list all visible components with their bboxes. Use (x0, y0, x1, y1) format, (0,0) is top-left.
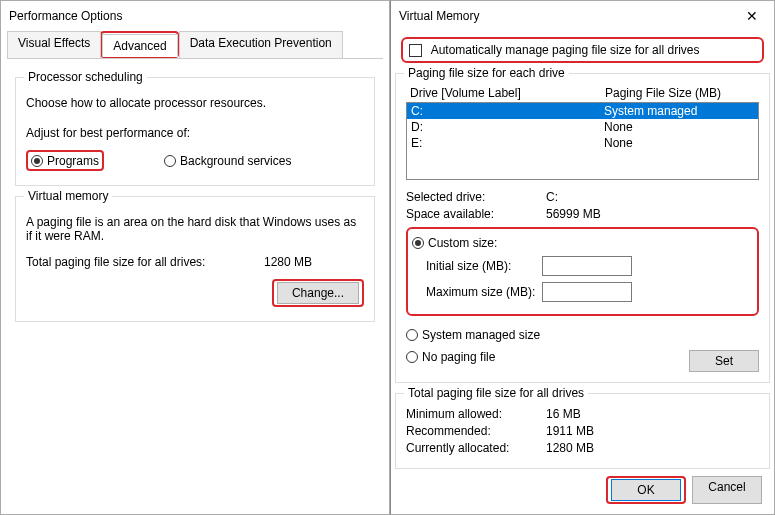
auto-manage-checkbox[interactable] (409, 44, 422, 57)
radio-dot-icon (412, 237, 424, 249)
radio-custom-size[interactable]: Custom size: (412, 236, 497, 250)
drive-list-header: Drive [Volume Label] Paging File Size (M… (406, 84, 759, 102)
radio-system-managed[interactable]: System managed size (406, 328, 540, 342)
tab-visual-effects[interactable]: Visual Effects (7, 31, 101, 58)
space-available-label: Space available: (406, 207, 546, 221)
perf-content: Processor scheduling Choose how to alloc… (1, 59, 389, 340)
radio-no-paging[interactable]: No paging file (406, 350, 495, 364)
radio-programs-label: Programs (47, 154, 99, 168)
radio-bg-label: Background services (180, 154, 291, 168)
selected-drive-label: Selected drive: (406, 190, 546, 204)
close-icon[interactable]: ✕ (738, 0, 766, 35)
perf-title: Performance Options (9, 1, 122, 31)
selected-drive-value: C: (546, 190, 558, 204)
currently-allocated-label: Currently allocated: (406, 441, 546, 455)
vm-titlebar: Virtual Memory ✕ (391, 1, 774, 31)
initial-size-label: Initial size (MB): (412, 259, 542, 273)
totals-group: Total paging file size for all drives Mi… (395, 393, 770, 469)
vm-title: Virtual Memory (399, 1, 479, 31)
set-button[interactable]: Set (689, 350, 759, 372)
proc-group-title: Processor scheduling (24, 70, 147, 84)
drive-row[interactable]: E: None (407, 135, 758, 151)
vm-total-value: 1280 MB (264, 255, 364, 269)
change-button[interactable]: Change... (277, 282, 359, 304)
auto-manage-row: Automatically manage paging file size fo… (401, 37, 764, 63)
drive-row[interactable]: C: System managed (407, 103, 758, 119)
performance-options-window: Performance Options Visual Effects Advan… (0, 0, 390, 515)
tab-advanced[interactable]: Advanced (102, 34, 177, 57)
proc-adjust-label: Adjust for best performance of: (26, 126, 364, 140)
totals-title: Total paging file size for all drives (404, 386, 588, 400)
currently-allocated-value: 1280 MB (546, 441, 594, 455)
paging-file-size-group: Paging file size for each drive Drive [V… (395, 73, 770, 383)
ok-button[interactable]: OK (611, 479, 681, 501)
drive-row[interactable]: D: None (407, 119, 758, 135)
recommended-value: 1911 MB (546, 424, 594, 438)
vm-desc: A paging file is an area on the hard dis… (26, 215, 364, 243)
dialog-buttons: OK Cancel (606, 476, 762, 504)
sysman-label: System managed size (422, 328, 540, 342)
maximum-size-input[interactable] (542, 282, 632, 302)
radio-dot-icon (31, 155, 43, 167)
initial-size-input[interactable] (542, 256, 632, 276)
radio-dot-icon (164, 155, 176, 167)
auto-manage-label: Automatically manage paging file size fo… (431, 43, 700, 57)
pfs-group-title: Paging file size for each drive (404, 66, 569, 80)
maximum-size-label: Maximum size (MB): (412, 285, 542, 299)
drive-list[interactable]: C: System managed D: None E: None (406, 102, 759, 180)
drive-header-col1: Drive [Volume Label] (410, 86, 605, 100)
radio-background-services[interactable]: Background services (164, 150, 291, 171)
min-allowed-value: 16 MB (546, 407, 581, 421)
min-allowed-label: Minimum allowed: (406, 407, 546, 421)
recommended-label: Recommended: (406, 424, 546, 438)
nopage-label: No paging file (422, 350, 495, 364)
processor-scheduling-group: Processor scheduling Choose how to alloc… (15, 77, 375, 186)
cancel-button[interactable]: Cancel (692, 476, 762, 504)
vm-group-title: Virtual memory (24, 189, 112, 203)
vm-total-label: Total paging file size for all drives: (26, 255, 264, 269)
radio-programs[interactable]: Programs (31, 154, 99, 168)
perf-tabs: Visual Effects Advanced Data Execution P… (7, 31, 383, 59)
custom-size-label: Custom size: (428, 236, 497, 250)
radio-dot-icon (406, 329, 418, 341)
space-available-value: 56999 MB (546, 207, 601, 221)
virtual-memory-window: Virtual Memory ✕ Automatically manage pa… (390, 0, 775, 515)
perf-titlebar: Performance Options (1, 1, 389, 31)
tab-dep[interactable]: Data Execution Prevention (179, 31, 343, 58)
drive-header-col2: Paging File Size (MB) (605, 86, 755, 100)
proc-desc: Choose how to allocate processor resourc… (26, 96, 364, 110)
radio-dot-icon (406, 351, 418, 363)
virtual-memory-group: Virtual memory A paging file is an area … (15, 196, 375, 322)
